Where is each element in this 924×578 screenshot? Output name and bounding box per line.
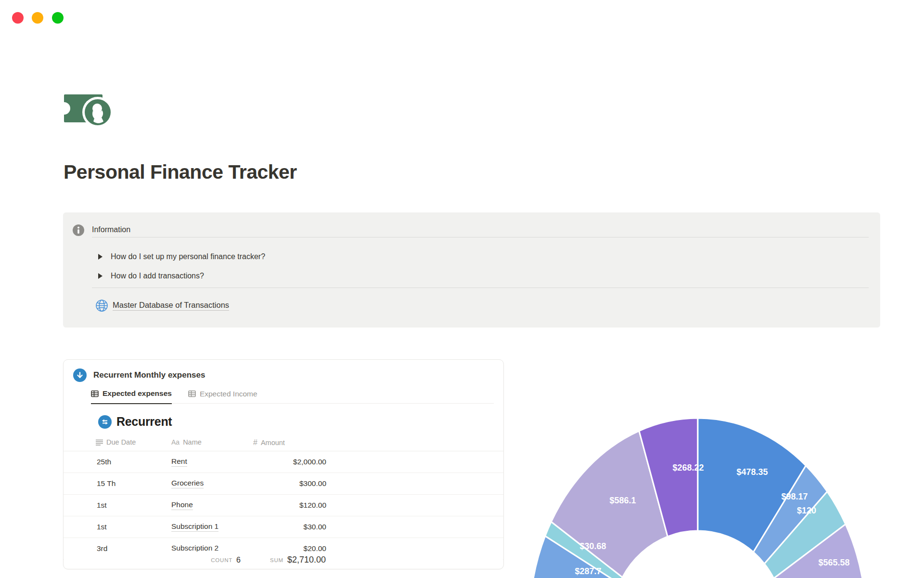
card-header: Recurrent Monthly expenses xyxy=(73,368,205,382)
slice-label: $30.68 xyxy=(579,541,606,551)
column-label[interactable]: Name xyxy=(183,438,202,446)
due-date-cell[interactable]: 15 Th xyxy=(97,473,169,494)
database-view-tabs: Expected expenses Expected Income xyxy=(91,389,494,404)
donut-chart: $287.7$30.68$586.1$268.22$478.35$98.17$1… xyxy=(491,409,924,578)
table-row[interactable]: 1stSubscription 1$30.00 xyxy=(64,516,503,538)
sum-aggregate[interactable]: SUM $2,710.00 xyxy=(270,552,326,568)
minimize-window-button[interactable] xyxy=(32,12,43,24)
table-body: 25thRent$2,000.0015 ThGroceries$300.001s… xyxy=(64,451,503,560)
notion-window: Personal Finance Tracker Information How… xyxy=(0,0,924,578)
divider xyxy=(92,237,869,237)
slice-label: $287.7 xyxy=(575,566,601,576)
info-icon xyxy=(73,224,84,236)
money-icon[interactable] xyxy=(64,91,116,126)
count-aggregate[interactable]: COUNT 6 xyxy=(211,552,241,568)
text-lines-icon xyxy=(96,439,103,446)
tab-label[interactable]: Expected expenses xyxy=(103,389,172,398)
amount-cell[interactable]: $120.00 xyxy=(253,495,326,516)
slice-label: $586.1 xyxy=(609,496,636,505)
slice-label: $478.35 xyxy=(736,467,768,477)
due-date-cell[interactable]: 1st xyxy=(97,495,169,516)
tab-expected-income[interactable]: Expected Income xyxy=(188,389,257,403)
column-header-due-date[interactable]: Due Date xyxy=(96,438,136,446)
close-window-button[interactable] xyxy=(12,12,24,24)
recurrent-section-header: Recurrent xyxy=(98,415,172,429)
count-value: 6 xyxy=(236,556,241,565)
table-row[interactable]: 1stPhone$120.00 xyxy=(64,495,503,516)
table-row[interactable]: 25thRent$2,000.00 xyxy=(64,451,503,473)
table-row[interactable]: 15 ThGroceries$300.00 xyxy=(64,473,503,495)
column-header-amount[interactable]: # Amount xyxy=(253,438,285,447)
slice-label: $98.17 xyxy=(781,492,808,501)
name-cell[interactable]: Groceries xyxy=(171,473,251,494)
recurrent-expenses-card: Recurrent Monthly expenses Expected expe… xyxy=(63,359,504,569)
table-header-row: Due Date Aa Name # Amount xyxy=(64,436,503,451)
amount-cell[interactable]: $30.00 xyxy=(253,516,326,538)
column-label[interactable]: Amount xyxy=(261,439,285,447)
toggle-label[interactable]: How do I set up my personal finance trac… xyxy=(111,252,265,261)
sum-label: SUM xyxy=(270,557,283,563)
slice-label: $268.22 xyxy=(672,463,704,473)
swap-arrows-circle-icon xyxy=(98,415,112,429)
column-label[interactable]: Due Date xyxy=(106,438,136,446)
name-cell[interactable]: Rent xyxy=(171,451,251,473)
master-database-link-label[interactable]: Master Database of Transactions xyxy=(113,301,229,311)
section-title: Recurrent xyxy=(116,415,172,429)
callout-title: Information xyxy=(92,225,130,234)
toggle-triangle-icon[interactable] xyxy=(98,273,103,279)
toggle-setup-question[interactable]: How do I set up my personal finance trac… xyxy=(98,251,265,263)
down-arrow-circle-icon xyxy=(73,368,87,382)
page-title: Personal Finance Tracker xyxy=(64,161,297,184)
amount-cell[interactable]: $300.00 xyxy=(253,473,326,494)
toggle-label[interactable]: How do I add transactions? xyxy=(111,272,204,280)
expenses-donut-chart: $287.7$30.68$586.1$268.22$478.35$98.17$1… xyxy=(491,409,924,578)
due-date-cell[interactable]: 25th xyxy=(97,451,169,473)
toggle-triangle-icon[interactable] xyxy=(98,254,103,260)
name-cell[interactable]: Phone xyxy=(171,495,251,516)
name-cell[interactable]: Subscription 1 xyxy=(171,516,251,538)
master-database-link[interactable]: Master Database of Transactions xyxy=(95,299,229,312)
card-title: Recurrent Monthly expenses xyxy=(93,370,205,380)
table-footer: COUNT 6 SUM $2,710.00 xyxy=(64,552,503,568)
column-header-name[interactable]: Aa Name xyxy=(171,438,202,446)
slice-label: $565.58 xyxy=(818,558,849,567)
title-property-icon: Aa xyxy=(171,438,180,446)
globe-icon xyxy=(95,299,108,312)
sum-value: $2,710.00 xyxy=(287,555,326,565)
information-callout: Information How do I set up my personal … xyxy=(63,212,880,328)
slice-label: $120 xyxy=(797,506,816,515)
tab-expected-expenses[interactable]: Expected expenses xyxy=(91,389,172,404)
zoom-window-button[interactable] xyxy=(52,12,64,24)
divider xyxy=(92,288,869,288)
count-label: COUNT xyxy=(211,557,232,563)
tab-label[interactable]: Expected Income xyxy=(200,390,257,398)
due-date-cell[interactable]: 1st xyxy=(97,516,169,538)
toggle-add-transactions-question[interactable]: How do I add transactions? xyxy=(98,270,204,282)
number-property-icon: # xyxy=(253,438,257,447)
amount-cell[interactable]: $2,000.00 xyxy=(253,451,326,473)
